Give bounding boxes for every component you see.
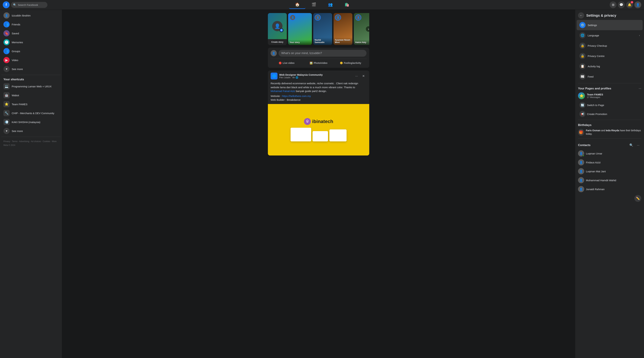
live-video-btn[interactable]: 🔴 Live video: [270, 60, 302, 66]
sidebar-item-friends[interactable]: 👥 Friends: [1, 20, 60, 29]
settings-item-feed[interactable]: 📰 Feed: [577, 71, 643, 82]
post-close-btn[interactable]: ✕: [360, 73, 366, 79]
ibinatech-logo: ibinatech: [304, 118, 333, 125]
post-more-btn[interactable]: ···: [354, 73, 360, 79]
post-mention-link[interactable]: Mohamad Faisal Aziz: [270, 90, 295, 93]
sidebar-item-chip[interactable]: 🔧 CHIP - Merchants & DEV Community: [1, 109, 60, 118]
contact-firdaus-azizi-avatar: 👤: [578, 159, 584, 166]
create-story-card[interactable]: 👤 + Create story: [268, 13, 287, 45]
your-story-avatar: 👤: [290, 14, 296, 20]
wabot-shortcut-icon: 🤖: [4, 92, 10, 98]
settings-item-language[interactable]: 🌐 Language ›: [577, 30, 643, 40]
settings-item-activity-log-label: Activity log: [588, 65, 600, 68]
hakim-story-label: Hakim Haly: [354, 40, 369, 45]
create-promotion-icon: 📢: [580, 111, 586, 117]
sidebar-divider-2: [1, 137, 60, 137]
photo-video-btn[interactable]: 🖼️ Photo/video: [302, 60, 334, 66]
contacts-more-btn[interactable]: ···: [635, 142, 641, 148]
contact-luqman-mat-jani-name: Luqman Mat Jani: [586, 170, 606, 173]
sidebar-memories-label: Memories: [12, 41, 23, 44]
edit-contacts-btn[interactable]: ✏️: [634, 195, 641, 202]
search-bar[interactable]: 🔍: [11, 2, 48, 8]
see-more-nav-btn[interactable]: ▾ See more: [1, 64, 60, 73]
settings-item-privacy-centre[interactable]: 🔒 Privacy Centre: [577, 51, 643, 61]
groups-sidebar-icon: 👥: [4, 48, 10, 54]
post-website-link[interactable]: https://hellothere.com.my: [282, 95, 311, 97]
nav-marketplace-btn[interactable]: 🛍️: [338, 1, 355, 9]
settings-item-activity-log-left: 📋 Activity log: [580, 63, 600, 69]
post-dot: ·: [291, 76, 292, 79]
programming-label: Programming Laman Web + UI/UX: [12, 85, 52, 88]
chevron-right-icon: ›: [639, 34, 640, 37]
sidebar-user-item[interactable]: 👤 Izzuddin Ibrahim: [1, 11, 60, 20]
naufal-story-card[interactable]: 👤 Naufal Samsudin: [313, 13, 332, 45]
contacts-search-btn[interactable]: 🔍: [628, 142, 634, 148]
nav-home-btn[interactable]: 🏠: [289, 1, 306, 9]
svg-point-0: [306, 120, 308, 122]
syazwan-story-card[interactable]: 👤 Syazwan Nizam Moni: [334, 13, 352, 45]
see-more-shortcuts-btn[interactable]: ▾ See more: [1, 127, 60, 135]
settings-back-btn[interactable]: ←: [578, 12, 584, 18]
grid-menu-btn[interactable]: ⊞: [610, 1, 616, 8]
create-promotion-label: Create Promotion: [587, 113, 607, 116]
feeling-activity-btn[interactable]: 😊 Feeling/activity: [334, 60, 366, 66]
settings-item-feed-label: Feed: [588, 75, 594, 78]
post-image-card: ibinatech: [268, 104, 369, 156]
sidebar-item-groups[interactable]: 👥 Groups: [1, 47, 60, 56]
team-fames-page-item[interactable]: ⭐ Team FAMES 17 Messages: [575, 91, 644, 101]
switch-to-page-icon: 🔄: [580, 102, 586, 108]
group-avatar-icon: 🌐: [272, 74, 276, 78]
settings-item-privacy-checkup[interactable]: 🔒 Privacy Checkup: [577, 40, 643, 51]
create-promotion-btn[interactable]: 📢 Create Promotion: [577, 110, 643, 118]
post-globe-icon: 🌐: [296, 76, 298, 79]
messenger-btn[interactable]: 💬: [618, 1, 625, 8]
settings-item-activity-log[interactable]: 📋 Activity log: [577, 61, 643, 71]
pages-section-more-icon[interactable]: ···: [639, 87, 641, 90]
sidebar-item-video[interactable]: ▶ Video: [1, 56, 60, 64]
contact-firdaus-azizi[interactable]: 👤 Firdaus Azizi: [575, 158, 644, 167]
sidebar-item-saved[interactable]: 🔖 Saved: [1, 29, 60, 38]
settings-gear-icon: ⚙️: [580, 22, 586, 28]
settings-globe-icon: 🌐: [580, 32, 586, 38]
contact-junaidi-rahman[interactable]: 👤 Junaidi Rahman: [575, 185, 644, 193]
stories-row: 👤 + Create story 👤 Your story 👤 Naufal S…: [268, 13, 369, 45]
mockup-screen-2: [312, 131, 328, 141]
nav-video-btn[interactable]: 🎬: [306, 1, 322, 9]
user-avatar-btn[interactable]: 👤: [634, 1, 641, 8]
sidebar-item-memories[interactable]: 🕐 Memories: [1, 38, 60, 47]
your-story-card[interactable]: 👤 Your story: [288, 13, 312, 45]
settings-item-privacy-checkup-left: 🔒 Privacy Checkup: [580, 42, 607, 49]
sidebar-item-wabot[interactable]: 🤖 Wabot: [1, 91, 60, 100]
contact-luqman-umar[interactable]: 👤 Luqman Umar: [575, 149, 644, 158]
facebook-logo[interactable]: f: [3, 1, 10, 8]
search-input[interactable]: [18, 3, 45, 6]
settings-item-language-left: 🌐 Language: [580, 32, 599, 38]
switch-to-page-btn[interactable]: 🔄 Switch to Page: [577, 101, 643, 110]
contact-luqman-mat-jani-avatar: 👤: [578, 168, 584, 174]
sidebar-item-kaki-shisha[interactable]: 💨 KAKI SHISHA (malaysia): [1, 118, 60, 127]
create-story-label: Create story: [269, 41, 286, 43]
pages-section-header: Your Pages and profiles ···: [575, 85, 644, 91]
hakim-story-card[interactable]: 👤 Hakim Haly ›: [354, 13, 369, 45]
notifications-btn[interactable]: 🔔 2: [626, 1, 633, 8]
sidebar-item-team-fames[interactable]: ⭐ Team FAMES: [1, 100, 60, 109]
syazwan-story-label: Syazwan Nizam Moni: [334, 37, 352, 45]
composer-input[interactable]: What's on your mind, Izzuddin?: [278, 50, 366, 57]
composer-user-avatar: 👤: [270, 50, 277, 56]
photo-label: Photo/video: [314, 62, 327, 64]
settings-lock-icon: 🔒: [580, 42, 586, 49]
settings-item-feed-left: 📰 Feed: [580, 73, 594, 80]
stories-next-btn[interactable]: ›: [366, 26, 369, 32]
settings-item-settings[interactable]: ⚙️ Settings: [577, 20, 643, 30]
contact-muhammad-hamdii[interactable]: 👤 Muhammad Hamdii Wahid: [575, 176, 644, 185]
left-sidebar: 👤 Izzuddin Ibrahim 👥 Friends 🔖 Saved 🕐 M…: [0, 9, 62, 358]
nav-friends-btn[interactable]: 👥: [322, 1, 338, 9]
settings-panel: ← Settings & privacy ⚙️ Settings 🌐 Langu…: [575, 9, 644, 358]
home-icon: 🏠: [295, 2, 300, 7]
settings-item-language-label: Language: [588, 34, 599, 37]
contact-luqman-mat-jani[interactable]: 👤 Luqman Mat Jani: [575, 167, 644, 176]
sidebar-item-programming[interactable]: 💻 Programming Laman Web + UI/UX: [1, 82, 60, 91]
composer-placeholder: What's on your mind, Izzuddin?: [281, 51, 322, 55]
post-sub: Fikri Julaihi · 6h 🌐: [279, 76, 323, 79]
back-arrow-icon: ←: [580, 14, 583, 17]
